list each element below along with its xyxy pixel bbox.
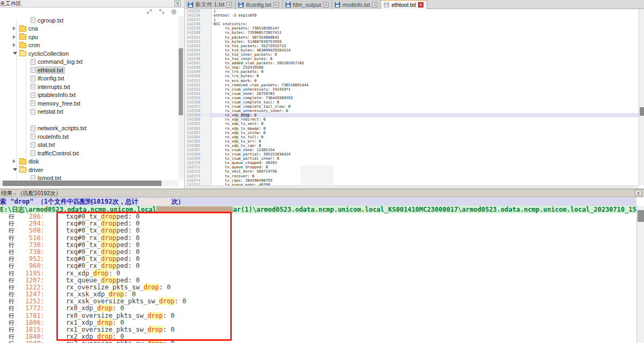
editor-line[interactable]: 142260 rx_xdp_redirect: 0 bbox=[185, 117, 639, 122]
editor-line[interactable]: 142273 tx_recover: 0 bbox=[185, 174, 639, 178]
editor-line[interactable]: 142261 rx_xdp_tx_xmit: 0 bbox=[185, 122, 639, 126]
editor-line[interactable]: 142239 rx_packets: 736510395147 bbox=[185, 26, 639, 31]
tree-file-routeInfo.txt[interactable]: routeInfo.txt bbox=[0, 132, 178, 141]
editor-line[interactable]: 142264 rx_xdp_tx_full: 0 bbox=[185, 135, 639, 139]
tree-folder-cpu[interactable]: cpu bbox=[0, 33, 178, 41]
close-icon[interactable]: x bbox=[372, 2, 377, 8]
tree-file-network_scripts.txt[interactable]: network_scripts.txt bbox=[0, 124, 178, 133]
tree-folder-cyclicCollection[interactable]: cyclicCollection bbox=[0, 49, 178, 58]
close-icon[interactable]: x bbox=[323, 2, 328, 8]
editor-line[interactable]: 142255 rx_csum_complete: 736449389393 bbox=[185, 96, 639, 100]
editor-line[interactable]: 142262 rx_xdp_tx_mpwqe: 0 bbox=[185, 126, 639, 131]
chevron-right-icon[interactable] bbox=[13, 26, 16, 31]
result-row-line-1207[interactable]: 行1207: tx_queue_dropped: 0 bbox=[0, 277, 636, 284]
expand-all-icon[interactable]: ⤢ bbox=[145, 8, 153, 15]
editor-line[interactable]: 142241 tx_packets: 507354668642 bbox=[185, 35, 639, 40]
result-row-line-508[interactable]: 行508: txq#0_tx_dropped: 0 bbox=[0, 227, 636, 234]
results-vertical-scrollbar[interactable] bbox=[636, 206, 644, 343]
editor-vscroll-thumb[interactable] bbox=[640, 107, 644, 116]
results-close-icon[interactable]: x bbox=[635, 190, 642, 196]
tree-file-interrupts.txt[interactable]: interrupts.txt bbox=[0, 83, 178, 91]
editor-line[interactable]: 142237{ bbox=[185, 18, 639, 22]
code-view[interactable]: 142235}142236ethtool -S enp1s0f0142237{1… bbox=[185, 9, 639, 185]
editor-line[interactable]: 142253 rx_csum_unnecessary: 34245971 bbox=[185, 87, 639, 92]
tree-file-lsmod.txt[interactable]: lsmod.txt bbox=[0, 174, 178, 181]
tree-folder-cna[interactable]: cna bbox=[0, 25, 178, 33]
editor-line[interactable]: 142267 tx_csum_none: 12385154 bbox=[185, 148, 639, 152]
editor-line[interactable]: 142246 tx_tso_inner_bytes: 0 bbox=[185, 57, 639, 61]
tab-新文件 1.txt[interactable]: 新文件 1.txtx bbox=[185, 0, 236, 9]
result-row-line-960[interactable]: 行960: rxq#0_rx_dropped: 0 bbox=[0, 263, 636, 270]
tree-file-ifconfig.txt[interactable]: ifconfig.txt bbox=[0, 74, 178, 83]
editor-line[interactable]: 142248 tx_nop: 232419588 bbox=[185, 65, 639, 70]
tree-file-command_log.txt[interactable]: command_log.txt bbox=[0, 58, 178, 66]
editor-line[interactable]: 142272 tx_xmit_more: 569724756 bbox=[185, 169, 639, 174]
locate-file-icon[interactable]: ◎ bbox=[170, 8, 178, 15]
editor-vertical-scrollbar[interactable] bbox=[639, 9, 644, 185]
editor-line[interactable]: 142265 rx_xdp_tx_err: 0 bbox=[185, 139, 639, 144]
tree-horizontal-scrollbar[interactable] bbox=[0, 180, 178, 187]
editor-line[interactable]: 142268 tx_csum_partial: 205153836424 bbox=[185, 152, 639, 156]
editor-line[interactable]: 142238NIC statistics: bbox=[185, 22, 639, 26]
editor-line[interactable]: 142243 tx_tso_packets: 35272932712 bbox=[185, 44, 639, 48]
editor-line[interactable]: 142254 rx_csum_none: 26759783 bbox=[185, 92, 639, 96]
result-row-line-1849[interactable]: 行1849: rx2_oversize_pkts_sw_drop: 0 bbox=[0, 340, 636, 343]
tree-file-memory_free.txt[interactable]: memory_free.txt bbox=[0, 99, 178, 108]
editor-line[interactable]: 142269 tx_csum_partial_inner: 0 bbox=[185, 156, 639, 161]
editor-line[interactable]: 142240 rx_bytes: 735960572057411 bbox=[185, 31, 639, 35]
tree-hscroll-thumb[interactable] bbox=[3, 181, 162, 186]
tree-file-ethtool.txt[interactable]: ethtool.txt bbox=[0, 66, 178, 74]
results-vscroll-thumb[interactable] bbox=[638, 210, 644, 222]
editor-line[interactable]: 142252 rx_removed_vlan_packets: 73651009… bbox=[185, 83, 639, 87]
tab-ifconfig.txt[interactable]: ifconfig.txtx bbox=[236, 0, 282, 9]
editor-line[interactable]: 142251 rx_ecn_mark: 0 bbox=[185, 79, 639, 83]
editor-line[interactable]: 142263 rx_xdp_tx_inlnw: 0 bbox=[185, 131, 639, 135]
chevron-right-icon[interactable] bbox=[13, 159, 16, 163]
editor-line[interactable]: 142244 tx_tso_bytes: 463099429284214 bbox=[185, 48, 639, 53]
editor-line[interactable]: 142270 tx_queue_stopped: 46393 bbox=[185, 161, 639, 165]
editor-line[interactable]: 142236ethtool -S enp1s0f0 bbox=[185, 13, 639, 18]
result-row-line-1772[interactable]: 行1772: rx0_xdp_drop: 0 bbox=[0, 305, 636, 312]
editor-line[interactable]: 142271 tx_queue_dropped: 0 bbox=[185, 165, 639, 169]
result-row-line-1195[interactable]: 行1195: rx_xdp_drop: 0 bbox=[0, 270, 636, 277]
tab-modinfo.txt[interactable]: modinfo.txtx bbox=[332, 0, 381, 9]
result-row-line-730[interactable]: 行730: txq#0_tx_dropped: 0 bbox=[0, 242, 636, 249]
close-icon[interactable]: x bbox=[418, 2, 423, 8]
editor-line[interactable]: 142245 tx_tso_inner_packets: 0 bbox=[185, 53, 639, 57]
result-row-line-1781[interactable]: 行1781: rx0_oversize_pkts_sw_drop: 0 bbox=[0, 312, 636, 319]
tab-ethtool.txt[interactable]: ethtool.txtx bbox=[381, 0, 427, 9]
tree-vertical-scrollbar[interactable] bbox=[178, 16, 184, 180]
editor-line[interactable]: 142266 rx_xdp_tx_cqe: 0 bbox=[185, 144, 639, 148]
result-file-path-line[interactable]: E:\日志\armod0523.odata.ncmp.unicom.locala… bbox=[0, 206, 636, 213]
close-icon[interactable]: x bbox=[274, 2, 279, 8]
editor-line[interactable]: 142257 rx_csum_complete_tail_slow: 0 bbox=[185, 105, 639, 109]
editor-line[interactable]: 142235} bbox=[185, 9, 639, 13]
editor-line[interactable]: 142250 rx_lro_bytes: 0 bbox=[185, 74, 639, 78]
editor-line[interactable]: 142249 rx_lro_packets: 0 bbox=[185, 70, 639, 74]
chevron-down-icon[interactable] bbox=[13, 168, 17, 171]
editor-line[interactable]: 142256 rx_csum_complete_tail: 0 bbox=[185, 100, 639, 105]
tree-file-cgroup.txt[interactable]: cgroup.txt bbox=[0, 16, 178, 25]
workspace-close-icon[interactable]: x bbox=[174, 1, 181, 6]
tree-file-trafficControl.txt[interactable]: trafficControl.txt bbox=[0, 149, 178, 158]
search-summary-line[interactable]: 索 "drop" （1个文件中匹配到10192次，总计次） bbox=[0, 197, 636, 206]
result-row-line-516[interactable]: 行516: rxq#0_rx_dropped: 0 bbox=[0, 235, 636, 242]
tree-file-netstat.txt[interactable]: netstat.txt bbox=[0, 108, 178, 116]
editor-line[interactable]: 142258 rx_csum_unnecessary_inner: 0 bbox=[185, 109, 639, 113]
chevron-right-icon[interactable] bbox=[13, 35, 16, 39]
collapse-all-icon[interactable]: ⤡ bbox=[158, 8, 165, 15]
chevron-right-icon[interactable] bbox=[13, 43, 16, 47]
editor-line[interactable]: 142247 tx_added_vlan_packets: 2051659571… bbox=[185, 61, 639, 65]
tree-vscroll-thumb[interactable] bbox=[179, 48, 183, 115]
chevron-down-icon[interactable] bbox=[13, 52, 17, 55]
editor-current-line[interactable]: 142259 rx_xdp_drop: 0 bbox=[185, 113, 639, 117]
close-icon[interactable]: x bbox=[226, 2, 232, 8]
tree-file-iptablesInfo.txt[interactable]: iptablesInfo.txt bbox=[0, 91, 178, 100]
tab-fdm_output[interactable]: fdm_outputx bbox=[283, 0, 333, 9]
tree-folder-disk[interactable]: disk bbox=[0, 158, 178, 166]
editor-line[interactable]: 142274 tx_cqes: 204596498793 bbox=[185, 178, 639, 183]
editor-line[interactable]: 142242 tx_bytes: 514607839753959 bbox=[185, 40, 639, 44]
tree-folder-driver[interactable]: driver bbox=[0, 166, 178, 174]
tree-file-stat.txt[interactable]: stat.txt bbox=[0, 141, 178, 150]
tree-folder-cron[interactable]: cron bbox=[0, 41, 178, 50]
